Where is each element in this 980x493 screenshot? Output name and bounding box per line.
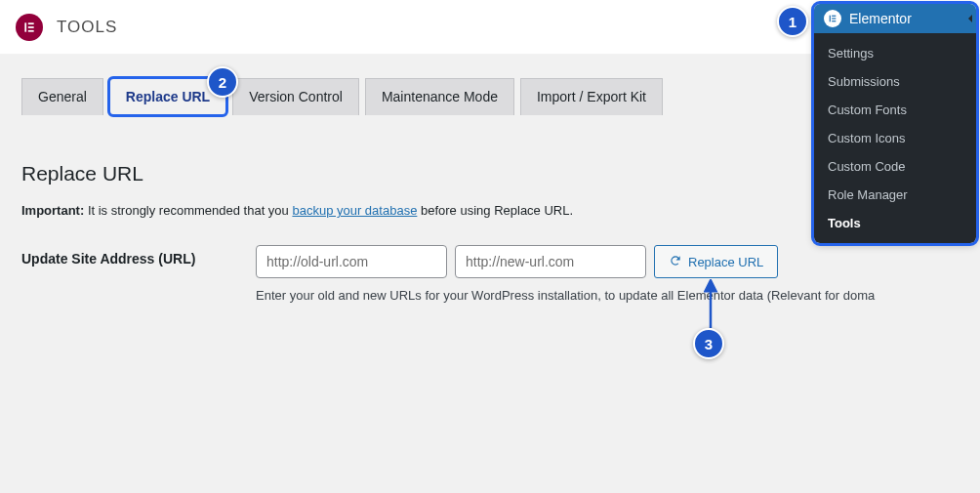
important-text-post: before using Replace URL. [417, 203, 573, 218]
new-url-input[interactable] [455, 245, 646, 278]
tab-maintenance-mode[interactable]: Maintenance Mode [365, 78, 514, 115]
svg-rect-0 [24, 22, 26, 31]
flyout-item-role-manager[interactable]: Role Manager [814, 181, 976, 209]
refresh-icon [669, 254, 682, 270]
svg-rect-7 [832, 21, 836, 21]
important-text-pre: It is strongly recommended that you [84, 203, 292, 218]
svg-rect-2 [28, 26, 34, 28]
important-label: Important: [21, 203, 84, 218]
tab-general[interactable]: General [21, 78, 103, 115]
replace-url-button[interactable]: Replace URL [654, 245, 778, 278]
helper-text: Enter your old and new URLs for your Wor… [256, 288, 959, 303]
replace-url-button-label: Replace URL [688, 255, 763, 269]
form-label: Update Site Address (URL) [21, 245, 256, 267]
update-url-row: Update Site Address (URL) Replace URL En… [21, 245, 959, 303]
form-fields: Replace URL Enter your old and new URLs … [256, 245, 959, 303]
elementor-logo-icon [16, 14, 43, 41]
flyout-header[interactable]: Elementor [814, 4, 976, 33]
flyout-item-custom-code[interactable]: Custom Code [814, 152, 976, 181]
flyout-item-custom-fonts[interactable]: Custom Fonts [814, 96, 976, 124]
flyout-item-tools[interactable]: Tools [814, 209, 976, 237]
step-badge-3: 3 [693, 328, 724, 359]
step-badge-2: 2 [207, 66, 238, 98]
tab-version-control[interactable]: Version Control [232, 78, 359, 115]
url-inputs-group: Replace URL [256, 245, 959, 278]
flyout-item-settings[interactable]: Settings [814, 39, 976, 67]
svg-rect-5 [832, 16, 836, 17]
flyout-body: Settings Submissions Custom Fonts Custom… [814, 33, 976, 243]
tab-import-export-kit[interactable]: Import / Export Kit [520, 78, 663, 115]
svg-rect-1 [28, 22, 34, 24]
old-url-input[interactable] [256, 245, 447, 278]
page-title: TOOLS [57, 18, 117, 37]
flyout-title: Elementor [849, 11, 912, 26]
flyout-item-custom-icons[interactable]: Custom Icons [814, 124, 976, 152]
svg-rect-3 [28, 29, 34, 31]
svg-rect-4 [830, 16, 831, 22]
backup-database-link[interactable]: backup your database [292, 203, 417, 218]
elementor-mini-logo-icon [824, 10, 841, 27]
flyout-item-submissions[interactable]: Submissions [814, 67, 976, 96]
elementor-flyout-menu: Elementor Settings Submissions Custom Fo… [814, 4, 976, 243]
caret-left-icon [968, 15, 972, 22]
step-badge-1: 1 [777, 6, 808, 37]
svg-rect-6 [832, 18, 836, 19]
